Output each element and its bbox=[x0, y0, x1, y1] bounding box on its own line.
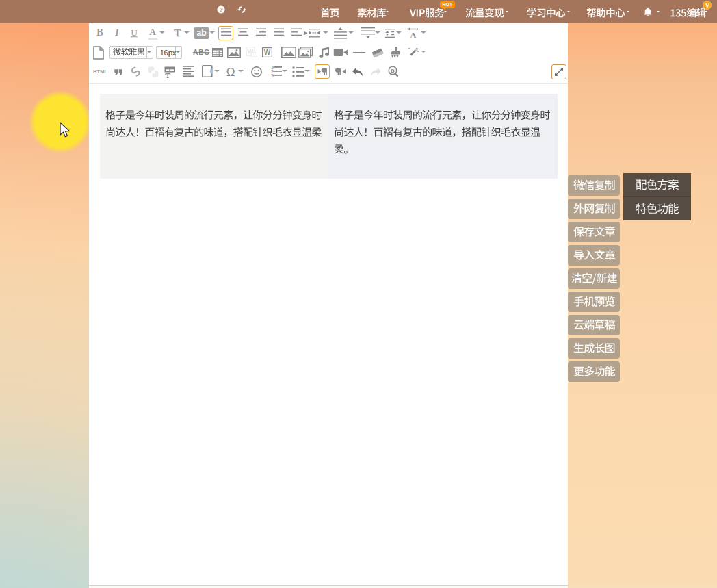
svg-text:A: A bbox=[410, 30, 417, 39]
svg-text:W: W bbox=[264, 49, 271, 56]
svg-text:?: ? bbox=[219, 6, 222, 13]
